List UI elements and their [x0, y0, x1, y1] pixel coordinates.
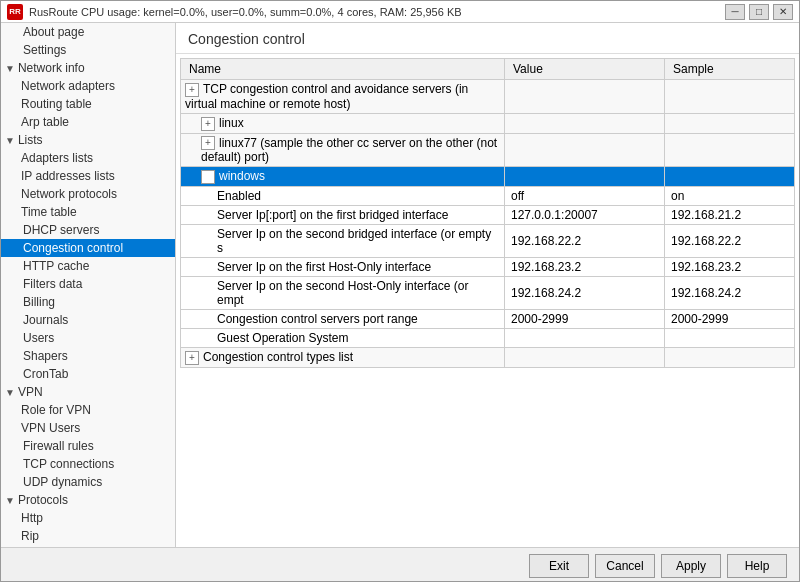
sidebar-item-rip[interactable]: Rip: [1, 527, 175, 545]
row-value: 192.168.22.2: [505, 225, 665, 258]
sidebar-item-http-cache[interactable]: HTTP cache: [1, 257, 175, 275]
maximize-button[interactable]: □: [749, 4, 769, 20]
row-name: +Congestion control types list: [181, 348, 505, 368]
table-row[interactable]: Server Ip[:port] on the first bridged in…: [181, 206, 795, 225]
sidebar-item-label: DHCP servers: [23, 223, 99, 237]
sidebar-item-label: Congestion control: [23, 241, 123, 255]
table-row[interactable]: Guest Operation System: [181, 329, 795, 348]
row-sample: [665, 348, 795, 368]
sidebar-item-vpn-users[interactable]: VPN Users: [1, 419, 175, 437]
col-header-value: Value: [505, 59, 665, 80]
row-value: off: [505, 187, 665, 206]
row-value: 127.0.0.1:20007: [505, 206, 665, 225]
sidebar-item-label: VPN Users: [21, 421, 80, 435]
tree-expand-icon: ▼: [5, 387, 15, 398]
col-header-name: Name: [181, 59, 505, 80]
sidebar-item-label: Firewall rules: [23, 439, 94, 453]
footer: Exit Cancel Apply Help: [1, 547, 799, 582]
table-row[interactable]: windows: [181, 167, 795, 187]
sidebar-item-network-info[interactable]: ▼Network info: [1, 59, 175, 77]
expand-icon[interactable]: +: [201, 136, 215, 150]
sidebar-item-billing[interactable]: Billing: [1, 293, 175, 311]
sidebar: About pageSettings▼Network infoNetwork a…: [1, 23, 176, 547]
row-name: Server Ip on the first Host-Only interfa…: [181, 258, 505, 277]
sidebar-item-tcp-connections[interactable]: TCP connections: [1, 455, 175, 473]
sidebar-item-filters-data[interactable]: Filters data: [1, 275, 175, 293]
app-logo: RR: [7, 4, 23, 20]
sidebar-item-about[interactable]: About page: [1, 23, 175, 41]
content-area: Congestion control Name Value Sample +TC…: [176, 23, 799, 547]
sidebar-item-role-for-vpn[interactable]: Role for VPN: [1, 401, 175, 419]
row-name: Congestion control servers port range: [181, 310, 505, 329]
sidebar-item-shapers[interactable]: Shapers: [1, 347, 175, 365]
row-name: +TCP congestion control and avoidance se…: [181, 80, 505, 114]
minimize-button[interactable]: ─: [725, 4, 745, 20]
window-controls: ─ □ ✕: [725, 4, 793, 20]
table-row[interactable]: Server Ip on the second Host-Only interf…: [181, 277, 795, 310]
sidebar-item-routing-table[interactable]: Routing table: [1, 95, 175, 113]
sidebar-item-label: About page: [23, 25, 84, 39]
sidebar-item-network-protocols[interactable]: Network protocols: [1, 185, 175, 203]
row-sample: [665, 167, 795, 187]
row-sample: 192.168.24.2: [665, 277, 795, 310]
sidebar-item-network-adapters[interactable]: Network adapters: [1, 77, 175, 95]
table-row[interactable]: Congestion control servers port range200…: [181, 310, 795, 329]
sidebar-item-label: HTTP cache: [23, 259, 89, 273]
sidebar-item-users[interactable]: Users: [1, 329, 175, 347]
sidebar-item-label: Shapers: [23, 349, 68, 363]
sidebar-item-lists[interactable]: ▼Lists: [1, 131, 175, 149]
sidebar-item-label: Billing: [23, 295, 55, 309]
help-button[interactable]: Help: [727, 554, 787, 578]
sidebar-item-label: Adapters lists: [21, 151, 93, 165]
sidebar-item-vpn[interactable]: ▼VPN: [1, 383, 175, 401]
table-row[interactable]: Enabledoffon: [181, 187, 795, 206]
sidebar-item-udp-dynamics[interactable]: UDP dynamics: [1, 473, 175, 491]
sidebar-item-http[interactable]: Http: [1, 509, 175, 527]
table-area: Name Value Sample +TCP congestion contro…: [176, 54, 799, 547]
expand-icon[interactable]: +: [201, 117, 215, 131]
table-row[interactable]: Server Ip on the second bridged interfac…: [181, 225, 795, 258]
table-row[interactable]: +Congestion control types list: [181, 348, 795, 368]
apply-button[interactable]: Apply: [661, 554, 721, 578]
close-button[interactable]: ✕: [773, 4, 793, 20]
table-row[interactable]: +TCP congestion control and avoidance se…: [181, 80, 795, 114]
table-row[interactable]: +linux: [181, 113, 795, 133]
row-value: [505, 348, 665, 368]
sidebar-item-arp-table[interactable]: Arp table: [1, 113, 175, 131]
sidebar-item-dhcp-servers[interactable]: DHCP servers: [1, 221, 175, 239]
row-value: 192.168.23.2: [505, 258, 665, 277]
sidebar-item-ip-addresses-lists[interactable]: IP addresses lists: [1, 167, 175, 185]
sidebar-item-label: Protocols: [18, 493, 68, 507]
expand-icon[interactable]: +: [185, 351, 199, 365]
sidebar-item-crontab[interactable]: CronTab: [1, 365, 175, 383]
table-row[interactable]: Server Ip on the first Host-Only interfa…: [181, 258, 795, 277]
expand-icon[interactable]: +: [185, 83, 199, 97]
sidebar-item-time-table[interactable]: Time table: [1, 203, 175, 221]
table-row[interactable]: +linux77 (sample the other cc server on …: [181, 133, 795, 167]
row-value: [505, 329, 665, 348]
main-layout: About pageSettings▼Network infoNetwork a…: [1, 23, 799, 547]
sidebar-item-label: Network protocols: [21, 187, 117, 201]
sidebar-item-label: Lists: [18, 133, 43, 147]
sidebar-item-label: CronTab: [23, 367, 68, 381]
row-value: [505, 133, 665, 167]
row-sample: [665, 329, 795, 348]
sidebar-item-congestion-control[interactable]: Congestion control: [1, 239, 175, 257]
row-name-text: Server Ip[:port] on the first bridged in…: [217, 208, 448, 222]
sidebar-item-journals[interactable]: Journals: [1, 311, 175, 329]
expand-icon[interactable]: [201, 170, 215, 184]
row-value: [505, 80, 665, 114]
sidebar-item-protocols[interactable]: ▼Protocols: [1, 491, 175, 509]
row-name-text: linux77 (sample the other cc server on t…: [201, 136, 497, 165]
page-title: Congestion control: [176, 23, 799, 54]
sidebar-item-dns[interactable]: Dns: [1, 545, 175, 547]
sidebar-item-label: IP addresses lists: [21, 169, 115, 183]
sidebar-item-adapters-lists[interactable]: Adapters lists: [1, 149, 175, 167]
row-name: Server Ip[:port] on the first bridged in…: [181, 206, 505, 225]
tree-expand-icon: ▼: [5, 495, 15, 506]
sidebar-item-firewall-rules[interactable]: Firewall rules: [1, 437, 175, 455]
sidebar-item-settings[interactable]: Settings: [1, 41, 175, 59]
cancel-button[interactable]: Cancel: [595, 554, 655, 578]
exit-button[interactable]: Exit: [529, 554, 589, 578]
sidebar-item-label: Users: [23, 331, 54, 345]
